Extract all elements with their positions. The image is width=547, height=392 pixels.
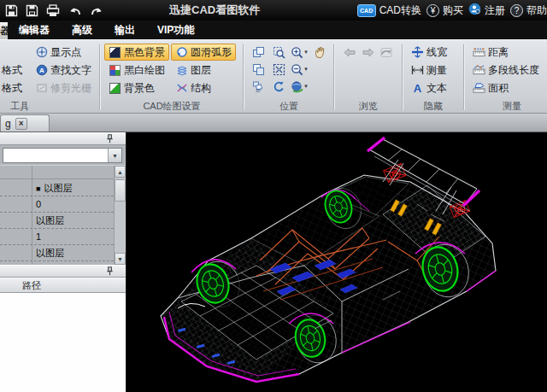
smooth-arc-button[interactable]: 圆滑弧形 — [171, 44, 236, 61]
layers-button[interactable]: 图层 — [171, 61, 236, 79]
save-icon[interactable] — [5, 4, 18, 17]
find-text-button[interactable]: A 查找文字 — [31, 61, 96, 79]
back-view-icon — [342, 46, 357, 62]
hide-text-button[interactable]: A 文本 — [407, 79, 460, 97]
view-copy-button[interactable] — [248, 44, 268, 61]
title-bar: 迅捷CAD看图软件 CAD CAD转换 ¥ 购买 注册 ? 帮助 — [0, 0, 547, 20]
distance-button[interactable]: 距离 — [468, 44, 544, 61]
chevron-down-icon[interactable]: ▼ — [108, 149, 121, 162]
previous-view-icon — [379, 46, 393, 62]
undo-icon[interactable] — [68, 4, 82, 17]
tab-vip[interactable]: VIP功能 — [146, 20, 205, 39]
property-row[interactable]: 以图层 — [0, 213, 114, 229]
zoom-extents-button[interactable] — [268, 61, 289, 78]
svg-text:A: A — [39, 67, 44, 74]
ribbon-group-position: ▾ ▾ 35° ▾ 位置 — [244, 42, 333, 113]
path-list[interactable] — [0, 293, 126, 392]
properties-table: ■以图层 0 以图层 1 以图层 ▲ ▼ — [0, 165, 126, 265]
black-background-button[interactable]: 黑色背景 — [104, 44, 169, 61]
scroll-up-button[interactable]: ▲ — [115, 166, 126, 178]
hide-measure-button[interactable]: 测量 — [407, 61, 460, 79]
show-point-icon — [35, 46, 48, 59]
pin-icon[interactable] — [106, 264, 114, 279]
menu-bar: 器 编辑器 高级 输出 VIP功能 — [0, 20, 547, 39]
forward-view-icon — [361, 46, 376, 62]
ribbon-group-tools: 格式 格式 显示点 A 查找文字 修剪光栅 — [0, 42, 99, 113]
format1-button[interactable]: 格式 — [0, 61, 29, 79]
bw-drawing-icon — [109, 64, 121, 77]
zoom-out-dropdown-icon[interactable]: ▾ — [304, 66, 308, 73]
svg-text:35°: 35° — [256, 88, 262, 92]
property-row[interactable]: ■以图层 — [0, 180, 114, 196]
object-selector[interactable]: ▼ — [3, 148, 122, 163]
document-tab-label: g — [5, 118, 11, 130]
distance-icon — [473, 46, 485, 59]
view-swap-button[interactable] — [248, 61, 268, 78]
group-label-draw-settings: CAD绘图设置 — [104, 100, 239, 113]
black-background-icon — [109, 46, 121, 59]
document-tab[interactable]: g × — [0, 114, 50, 132]
path-column-header[interactable]: 路径 — [0, 278, 126, 293]
group-label-position: 位置 — [248, 100, 330, 113]
property-row[interactable]: 0 — [0, 196, 114, 213]
background-color-button[interactable]: 背景色 — [104, 79, 169, 97]
find-text-icon: A — [35, 64, 48, 77]
polyline-length-icon — [473, 64, 485, 77]
zoom-window-button[interactable] — [268, 44, 289, 61]
property-row[interactable]: 以图层 — [0, 245, 114, 261]
buy-button[interactable]: ¥ 购买 — [426, 3, 463, 18]
print-icon[interactable] — [46, 4, 60, 17]
rotate-ccw-button[interactable] — [268, 78, 289, 95]
background-color-icon — [109, 82, 121, 95]
cad-viewport[interactable] — [126, 132, 547, 392]
structure-button[interactable]: 结构 — [171, 79, 236, 97]
yen-icon: ¥ — [426, 4, 439, 17]
pin-icon[interactable] — [106, 132, 114, 147]
trim-raster-icon — [35, 82, 48, 95]
orbit-3d-button[interactable]: ▾ — [289, 78, 309, 95]
pan-button[interactable] — [309, 44, 330, 61]
area-button[interactable]: 面积 — [468, 79, 544, 97]
app-window: 迅捷CAD看图软件 CAD CAD转换 ¥ 购买 注册 ? 帮助 器 编辑器 高… — [0, 0, 547, 392]
object-selector-row: ▼ — [0, 145, 126, 165]
properties-table-header — [0, 166, 114, 179]
redo-icon[interactable] — [90, 4, 104, 17]
zoom-in-button[interactable]: ▾ — [289, 44, 309, 61]
zoom-in-dropdown-icon[interactable]: ▾ — [304, 49, 308, 56]
smooth-arc-icon — [175, 46, 188, 59]
line-width-button[interactable]: 线宽 — [407, 44, 460, 61]
close-icon[interactable]: × — [15, 118, 27, 130]
tab-editor[interactable]: 编辑器 — [8, 20, 61, 39]
cad-convert-button[interactable]: CAD CAD转换 — [357, 3, 421, 18]
layers-icon — [175, 64, 188, 77]
show-point-button[interactable]: 显示点 — [31, 44, 96, 61]
group-label-measure: 测量 — [468, 100, 544, 113]
format2-button[interactable]: 格式 — [0, 79, 29, 97]
properties-sidebar: ▼ ■以图层 0 以图层 1 以图层 ▲ ▼ 路径 — [0, 132, 126, 392]
scroll-down-button[interactable]: ▼ — [115, 253, 126, 265]
ribbon-group-hide: 线宽 测量 A 文本 隐藏 — [403, 42, 463, 113]
orbit-dropdown-icon[interactable]: ▾ — [304, 83, 308, 90]
polyline-length-button[interactable]: 多段线长度 — [468, 61, 544, 79]
ribbon-group-measure: 距离 多段线长度 面积 测量 — [465, 42, 547, 113]
properties-scrollbar[interactable]: ▲ ▼ — [114, 166, 126, 265]
bw-drawing-button[interactable]: 黑白绘图 — [104, 61, 169, 79]
trim-raster-button: 修剪光栅 — [31, 79, 96, 97]
tab-advanced[interactable]: 高级 — [61, 20, 103, 39]
zoom-out-button[interactable]: ▾ — [289, 61, 309, 78]
app-title: 迅捷CAD看图软件 — [169, 3, 260, 18]
ribbon: 格式 格式 显示点 A 查找文字 修剪光栅 — [0, 39, 547, 114]
cad-badge-icon: CAD — [357, 4, 376, 17]
rotate-view-button[interactable]: 35° — [248, 78, 268, 95]
tab-viewer-partial[interactable]: 器 — [0, 22, 8, 39]
properties-panel-header — [0, 132, 126, 145]
group-label-hide: 隐藏 — [407, 100, 460, 113]
register-button[interactable]: 注册 — [468, 3, 505, 18]
property-row[interactable]: 1 — [0, 229, 114, 245]
structure-icon — [175, 82, 188, 95]
help-button[interactable]: ? 帮助 — [510, 3, 547, 18]
tab-output[interactable]: 输出 — [103, 20, 146, 39]
save-as-icon[interactable] — [26, 4, 38, 17]
scrollbar-thumb[interactable] — [115, 179, 126, 202]
wireframe-car-drawing — [126, 132, 547, 392]
